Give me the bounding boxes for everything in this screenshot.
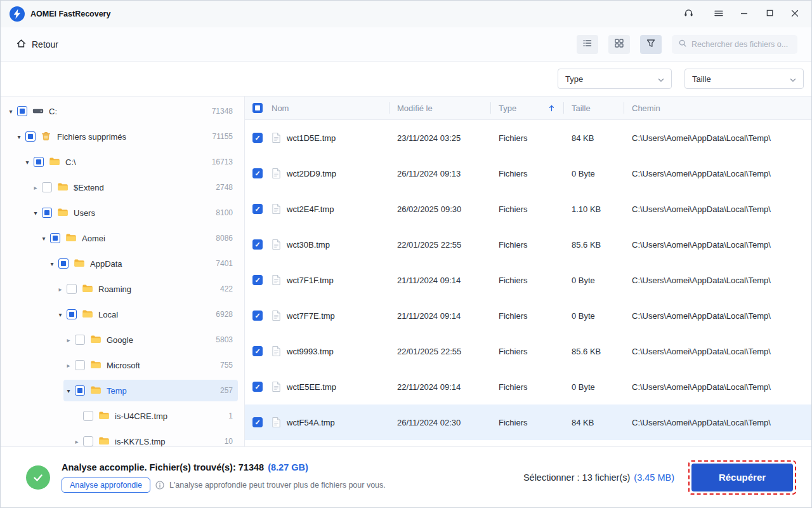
app-title: AOMEI FastRecovery [30, 10, 110, 18]
tree-checkbox[interactable] [58, 258, 69, 269]
expand-arrow-icon[interactable]: ▾ [6, 108, 16, 115]
file-icon [272, 132, 281, 144]
tree-item-label: is-U4CRE.tmp [115, 411, 167, 421]
file-name: wct2E4F.tmp [287, 204, 334, 214]
expand-arrow-icon[interactable]: ▾ [14, 133, 24, 140]
back-button[interactable]: Retour [16, 38, 58, 51]
row-checkbox[interactable] [252, 346, 263, 356]
table-row[interactable]: wct2DD9.tmp 26/11/2024 09:13 Fichiers 0 … [245, 156, 811, 191]
expand-arrow-icon[interactable]: ▸ [63, 362, 74, 369]
file-type: Fichiers [490, 156, 563, 191]
file-path: C:\Users\Aomei\AppData\Local\Temp\ [624, 120, 811, 156]
folder-icon [82, 283, 93, 295]
expand-arrow-icon[interactable]: ▸ [72, 438, 82, 445]
minimize-button[interactable] [731, 1, 757, 27]
expand-arrow-icon[interactable]: ▾ [30, 210, 41, 217]
tree-checkbox[interactable] [34, 157, 44, 167]
expand-arrow-icon[interactable]: ▾ [39, 235, 49, 242]
tree-item-local[interactable]: ▾ Local 6928 [1, 302, 244, 327]
chevron-down-icon [658, 74, 664, 84]
tree-checkbox[interactable] [67, 284, 77, 294]
file-icon [272, 417, 281, 428]
tree-checkbox[interactable] [42, 208, 52, 218]
table-row[interactable]: wctF54A.tmp 26/11/2024 02:30 Fichiers 84… [245, 404, 811, 440]
table-row[interactable]: wct9993.tmp 22/01/2025 22:55 Fichiers 85… [245, 333, 811, 369]
search-input[interactable] [691, 40, 791, 49]
table-row[interactable]: wct7F1F.tmp 21/11/2024 09:14 Fichiers 0 … [245, 262, 811, 298]
column-header-type[interactable]: Type [490, 97, 563, 119]
expand-arrow-icon[interactable]: ▸ [63, 337, 74, 344]
menu-button[interactable] [706, 1, 731, 27]
expand-arrow-icon[interactable]: ▾ [55, 311, 65, 318]
expand-arrow-icon[interactable]: ▸ [55, 286, 65, 293]
row-checkbox[interactable] [252, 311, 263, 321]
recover-button[interactable]: Récupérer [691, 464, 793, 491]
row-checkbox[interactable] [252, 239, 263, 250]
tree-item-roaming[interactable]: ▸ Roaming 422 [1, 276, 244, 302]
expand-arrow-icon[interactable]: ▾ [47, 260, 57, 267]
row-checkbox[interactable] [252, 382, 263, 392]
tree-checkbox[interactable] [75, 335, 85, 345]
table-row[interactable]: wct7F7E.tmp 21/11/2024 09:14 Fichiers 0 … [245, 298, 811, 333]
filter-view-button[interactable] [640, 35, 662, 54]
file-modified: 22/01/2025 22:55 [389, 227, 490, 262]
row-checkbox[interactable] [252, 204, 263, 214]
tree-checkbox[interactable] [50, 233, 60, 243]
file-type: Fichiers [490, 404, 563, 440]
tree-checkbox[interactable] [25, 131, 36, 142]
column-header-size[interactable]: Taille [563, 97, 624, 119]
tree-checkbox[interactable] [75, 360, 85, 370]
tree-checkbox[interactable] [83, 436, 93, 446]
close-button[interactable] [782, 1, 808, 27]
table-row[interactable]: wct1D5E.tmp 23/11/2024 03:25 Fichiers 84… [245, 120, 811, 156]
table-row[interactable]: wctE5EE.tmp 22/11/2024 09:14 Fichiers 0 … [245, 369, 811, 404]
tree-item-is-kk7ls-tmp[interactable]: ▸ is-KK7LS.tmp 10 [1, 429, 244, 446]
folder-icon [49, 156, 60, 168]
list-view-icon [582, 38, 593, 50]
table-row[interactable]: wct30B.tmp 22/01/2025 22:55 Fichiers 85.… [245, 227, 811, 262]
row-checkbox[interactable] [252, 133, 263, 143]
tree-item-c[interactable]: ▾ C: 71348 [1, 98, 244, 124]
tree-item-fichiers-supprim-s[interactable]: ▾ Fichiers supprimés 71155 [1, 124, 244, 149]
grid-view-button[interactable] [608, 35, 630, 54]
file-table-body: wct1D5E.tmp 23/11/2024 03:25 Fichiers 84… [245, 120, 811, 440]
tree-item-google[interactable]: ▸ Google 5803 [1, 327, 244, 352]
list-view-button[interactable] [577, 35, 598, 54]
select-all-checkbox[interactable] [252, 103, 263, 113]
row-checkbox[interactable] [252, 168, 263, 178]
tree-item-temp[interactable]: ▾ Temp 257 [1, 378, 244, 403]
row-checkbox[interactable] [252, 275, 263, 285]
tree-checkbox[interactable] [75, 385, 85, 396]
expand-arrow-icon[interactable]: ▾ [22, 159, 32, 166]
column-header-modified[interactable]: Modifié le [389, 97, 490, 119]
expand-arrow-icon[interactable]: ▾ [63, 387, 74, 394]
tree-item-label: Fichiers supprimés [57, 132, 126, 142]
type-filter-dropdown[interactable]: Type [558, 69, 672, 89]
tree-checkbox[interactable] [67, 309, 77, 319]
file-size: 85.6 KB [563, 333, 624, 369]
size-filter-dropdown[interactable]: Taille [684, 69, 804, 89]
tree-item-is-u4cre-tmp[interactable]: is-U4CRE.tmp 1 [1, 403, 244, 429]
file-size: 0 Byte [563, 262, 624, 298]
support-button[interactable] [676, 1, 701, 27]
file-path: C:\Users\Aomei\AppData\Local\Temp\ [624, 227, 811, 262]
deep-scan-button[interactable]: Analyse approfondie [62, 478, 150, 493]
column-header-path[interactable]: Chemin [624, 97, 811, 119]
tree-item-appdata[interactable]: ▾ AppData 7401 [1, 251, 244, 276]
tree-item-aomei[interactable]: ▾ Aomei 8086 [1, 225, 244, 251]
column-header-name[interactable]: Nom [272, 97, 389, 119]
tree-item-microsoft[interactable]: ▸ Microsoft 755 [1, 352, 244, 378]
table-row[interactable]: wct2E4F.tmp 26/02/2025 09:30 Fichiers 1.… [245, 191, 811, 227]
tree-item-users[interactable]: ▾ Users 8100 [1, 200, 244, 225]
search-box[interactable] [672, 35, 797, 54]
tree-checkbox[interactable] [83, 411, 93, 421]
tree-item-extend[interactable]: ▸ $Extend 2748 [1, 175, 244, 200]
tree-checkbox[interactable] [42, 182, 52, 192]
scan-status-size: (8.27 GB) [268, 462, 308, 472]
row-checkbox[interactable] [252, 417, 263, 427]
expand-arrow-icon[interactable]: ▸ [30, 184, 41, 191]
maximize-button[interactable] [757, 1, 782, 27]
tree-checkbox[interactable] [17, 106, 27, 116]
file-name: wct7F7E.tmp [287, 311, 335, 321]
tree-item-c[interactable]: ▾ C:\ 16713 [1, 149, 244, 175]
